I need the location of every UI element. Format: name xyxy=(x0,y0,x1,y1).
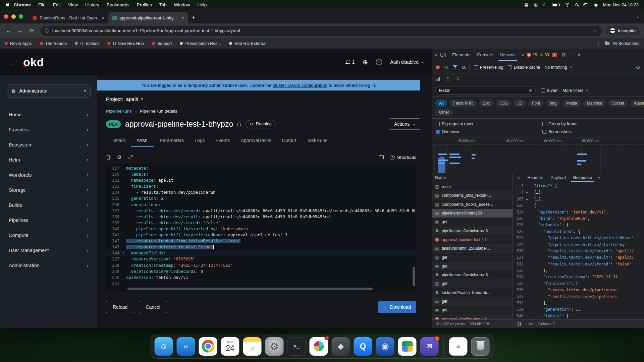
tab-approvaltasks[interactable]: ApprovalTasks xyxy=(235,135,276,147)
devtools-tab-elements[interactable]: Elements xyxy=(449,49,474,61)
filter-icon[interactable] xyxy=(453,65,458,69)
dock-chrome[interactable] xyxy=(199,337,217,356)
tab-taskruns[interactable]: TaskRuns xyxy=(302,135,333,147)
network-request-row[interactable]: pipelineruns?limit=250 xyxy=(432,209,513,218)
filter-chip-media[interactable]: Media xyxy=(562,100,581,107)
timeline-band[interactable] xyxy=(432,145,644,173)
network-request-row[interactable]: approval-pipeline-test-1-b... xyxy=(432,235,513,244)
address-bar[interactable]: ⓘ localhost:9000/k8s/ns/apalit/tekton.de… xyxy=(40,26,602,36)
menu-help[interactable]: Help xyxy=(194,2,210,7)
menu-tab[interactable]: Tab xyxy=(156,2,170,7)
detail-tab-response[interactable]: Response xyxy=(570,173,596,182)
dock-grid-app[interactable] xyxy=(398,337,417,356)
auth-menu[interactable]: Auth disabled ▾ xyxy=(390,59,423,65)
network-request-row[interactable]: approval-pipeline-test-1-b... xyxy=(432,314,513,319)
fold-marker[interactable]: ▶ xyxy=(525,196,529,202)
filter-chip-css[interactable]: CSS xyxy=(496,100,512,107)
close-detail-icon[interactable]: × xyxy=(514,175,523,180)
network-request-row[interactable]: get xyxy=(432,218,513,226)
browser-tab-2-active[interactable]: approval-pipeline-test-1-bhy... × xyxy=(108,12,188,23)
menu-bar-clock[interactable]: Mon Nov 24 18:23 xyxy=(603,2,639,7)
zoom-window-button[interactable] xyxy=(19,14,23,19)
disable-cache-checkbox[interactable]: Disable cache xyxy=(508,65,540,70)
dock-sphere-app[interactable]: ◉ xyxy=(376,337,394,356)
network-request-row[interactable]: get xyxy=(432,253,513,261)
close-devtools-icon[interactable]: × xyxy=(576,52,582,58)
network-conditions-icon[interactable] xyxy=(436,77,440,81)
spotlight-icon[interactable] xyxy=(575,3,578,6)
detail-tab-headers[interactable]: Headers xyxy=(524,173,547,182)
filter-chip-fetchxhr[interactable]: Fetch/XHR xyxy=(449,100,477,107)
dock-mail[interactable]: ✉1 xyxy=(420,337,439,356)
devtools-tab-network[interactable]: Network xyxy=(496,49,519,61)
bookmark-item[interactable]: IT Toolbox xyxy=(75,41,99,46)
dock-q-app[interactable]: Q xyxy=(354,337,372,356)
network-settings-icon[interactable]: ⚙ xyxy=(636,64,640,70)
filter-chip-all[interactable]: All xyxy=(435,100,447,107)
tab-search-icon[interactable]: ⌄ xyxy=(636,14,639,19)
option-big-request-rows[interactable]: Big request rows xyxy=(436,122,542,126)
moon-icon[interactable]: ☾ xyxy=(543,2,547,7)
more-tabs-icon[interactable]: » xyxy=(522,53,524,57)
expand-icon[interactable]: ⤢ xyxy=(128,154,132,160)
sidebar-item-storage[interactable]: Storage› xyxy=(0,182,97,197)
network-request-row[interactable]: result xyxy=(432,182,513,191)
option-group-by-frame[interactable]: Group by frame xyxy=(542,122,640,126)
bookmark-item[interactable]: Support xyxy=(152,41,172,46)
tab-details[interactable]: Details xyxy=(106,135,131,147)
tab-events[interactable]: Events xyxy=(210,135,235,147)
site-info-icon[interactable]: ⓘ xyxy=(45,28,49,34)
devtools-tab-console[interactable]: Console xyxy=(474,49,496,61)
devtools-settings-icon[interactable]: ⚙ xyxy=(561,52,566,58)
format-json-button[interactable]: { } xyxy=(516,321,523,326)
download-button[interactable]: ↓ Download xyxy=(378,301,416,313)
shield-icon[interactable]: ◍ xyxy=(534,2,537,7)
network-request-row[interactable]: taskruns?limit=250&label... xyxy=(432,244,513,253)
tab-yaml[interactable]: YAML xyxy=(131,135,154,147)
device-toolbar-icon[interactable] xyxy=(440,53,445,57)
bookmark-item[interactable]: Red Hat External xyxy=(229,41,266,46)
network-request-row[interactable]: get xyxy=(432,279,513,288)
dock-slack[interactable] xyxy=(310,337,328,356)
user-icon[interactable]: ◉ xyxy=(594,2,597,7)
oauth-config-link[interactable]: cluster OAuth configuration xyxy=(273,83,327,88)
sidebar-item-pipelines[interactable]: Pipelines› xyxy=(0,213,97,228)
menu-edit[interactable]: Edit xyxy=(49,2,64,7)
sidebar-item-compute[interactable]: Compute› xyxy=(0,228,97,243)
search-icon[interactable] xyxy=(462,66,465,69)
filter-chip-manifest[interactable]: Manifest xyxy=(583,100,606,107)
project-selector[interactable]: Project: apalit ▾ xyxy=(97,90,432,102)
apple-icon[interactable] xyxy=(5,2,10,7)
filter-chip-img[interactable]: Img xyxy=(546,100,560,107)
dock-notes[interactable]: ≡ xyxy=(243,337,262,356)
preserve-log-checkbox[interactable]: Preserve log xyxy=(474,65,503,70)
dock-textedit[interactable]: ≡ xyxy=(449,337,468,356)
inspect-element-icon[interactable]: ⌖ xyxy=(435,52,438,58)
bookmark-item[interactable]: IT New Hire Hub xyxy=(107,41,144,46)
network-request-row[interactable]: get xyxy=(432,297,513,306)
editor-settings-icon[interactable]: ⚙ xyxy=(117,154,121,160)
actions-button[interactable]: Actions ▾ xyxy=(389,118,420,130)
dock-finder[interactable]: ☺ xyxy=(155,337,173,356)
shortcuts-link[interactable]: ? Shortcuts xyxy=(390,155,416,160)
invert-checkbox[interactable]: Invert xyxy=(541,88,557,93)
name-column-header[interactable]: Name xyxy=(432,173,513,182)
response-json-viewer[interactable]: 3 "items": [4▶ {…},263▶ {…},523 {524 "ap… xyxy=(513,182,644,319)
detail-tab-payload[interactable]: Payload xyxy=(547,173,569,182)
reload-button[interactable]: ⟳ xyxy=(27,26,36,36)
breadcrumb-pipelineruns[interactable]: PipelineRuns xyxy=(106,109,132,114)
network-request-row[interactable]: taskruns?watch=true&lab... xyxy=(432,288,513,297)
control-center-icon[interactable] xyxy=(583,3,588,6)
horizontal-scrollbar[interactable] xyxy=(127,288,373,290)
import-har-icon[interactable]: ↥ xyxy=(446,76,450,81)
help-icon[interactable]: ? xyxy=(376,59,382,65)
back-button[interactable]: ← xyxy=(4,26,13,36)
copy-icon[interactable] xyxy=(237,122,241,126)
record-button[interactable] xyxy=(436,65,440,69)
dock-trash[interactable] xyxy=(471,337,490,356)
menu-profiles[interactable]: Profiles xyxy=(133,2,156,7)
clear-filter-icon[interactable]: ⊗ xyxy=(529,88,532,93)
copy-yaml-icon[interactable] xyxy=(107,155,110,160)
export-har-icon[interactable]: ↧ xyxy=(456,76,460,81)
network-request-row[interactable]: components_hooks_useTe... xyxy=(432,200,513,209)
